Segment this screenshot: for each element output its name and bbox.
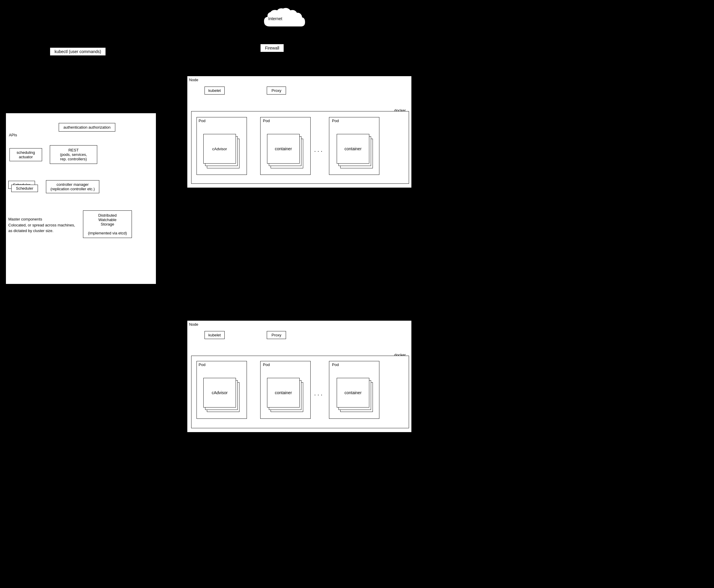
node1-label: Node <box>189 78 198 82</box>
container2b-label: container <box>275 390 292 395</box>
container1c-box1: container <box>337 134 369 164</box>
scheduling-box: scheduling actuator <box>9 148 42 161</box>
scheduler-inner: Scheduler <box>11 185 38 192</box>
auth-box: authentication authorization <box>59 123 115 131</box>
pod2b-label: Pod <box>263 362 270 367</box>
master-footer-label: Master componentsColocated, or spread ac… <box>8 216 75 234</box>
auth-label: authentication authorization <box>63 125 110 129</box>
pod2a-label: Pod <box>198 362 205 367</box>
proxy1-box: Proxy <box>267 87 286 94</box>
scheduling-label: scheduling actuator <box>17 150 35 159</box>
firewall-box: Firewall <box>260 44 284 52</box>
kubectl-box: kubectl (user commands) <box>50 47 106 56</box>
rest-label: REST(pods, services,rep. controllers) <box>60 148 87 161</box>
container1c-label: container <box>344 146 362 151</box>
dots1: · · · <box>314 148 322 154</box>
pod1a-label: Pod <box>198 119 205 123</box>
proxy2-box: Proxy <box>267 331 286 339</box>
master-footer-text: Master componentsColocated, or spread ac… <box>8 217 75 233</box>
pod1c-label: Pod <box>332 119 339 123</box>
container2c-box1: container <box>337 378 369 407</box>
internet-label: Internet <box>268 16 282 21</box>
storage-label: DistributedWatchableStorage(implemented … <box>88 213 127 235</box>
cadvisor2-box1: cAdvisor <box>203 378 236 407</box>
kubelet2-box: kubelet <box>205 331 225 339</box>
container2c-label: container <box>344 390 362 395</box>
pod2c-label: Pod <box>332 362 339 367</box>
dots2: · · · <box>314 391 322 398</box>
rest-box: REST(pods, services,rep. controllers) <box>50 145 97 164</box>
apis-label: APIs <box>9 133 17 137</box>
container1b-box1: container <box>267 134 300 164</box>
diagram-area: Internet Firewall kubectl (user commands… <box>0 0 714 588</box>
pod1b-label: Pod <box>263 119 270 123</box>
cadvisor1-box1: cAdvisor <box>203 134 236 164</box>
container2b-box1: container <box>267 378 300 407</box>
master-box <box>5 112 156 285</box>
container1b-label: container <box>275 146 292 151</box>
cloud-shape <box>261 6 308 36</box>
cadvisor2-label: cAdvisor <box>212 390 228 395</box>
kubelet1-box: kubelet <box>205 87 225 94</box>
cadvisor1-label: cAdvisor <box>212 147 227 151</box>
controller-label: controller manager(replication controlle… <box>50 182 95 191</box>
node2-label: Node <box>189 322 198 327</box>
storage-box: DistributedWatchableStorage(implemented … <box>83 210 132 238</box>
controller-box: controller manager(replication controlle… <box>46 180 99 193</box>
